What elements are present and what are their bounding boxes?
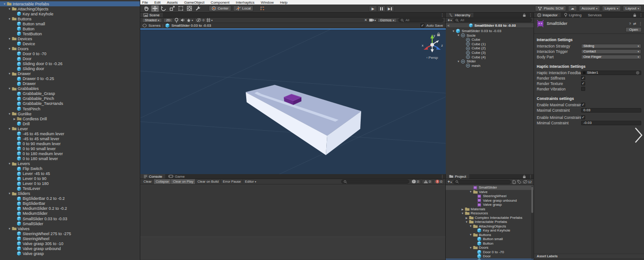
prefab-tree-item[interactable]: TestLever [0, 186, 140, 191]
project-search-input[interactable] [453, 180, 510, 184]
add-asset-button[interactable]: +▾ [448, 180, 452, 184]
account-dropdown[interactable]: Account▾ [579, 5, 600, 11]
collapse-button[interactable]: Collapse [154, 179, 171, 184]
kebab-menu-icon[interactable]: ⋮ [527, 174, 534, 179]
foldout-icon[interactable]: ▼ [456, 34, 461, 37]
prefab-tree-item[interactable]: Key and Keyhole [0, 11, 140, 16]
interaction-trigger-dropdown[interactable]: Contact▾ [581, 49, 641, 54]
hierarchy-item[interactable]: ▼Slider [446, 59, 534, 64]
pause-button[interactable] [377, 5, 386, 12]
scene-search-input[interactable]: All [398, 18, 444, 22]
perspective-toggle[interactable]: ‹ Persp [420, 56, 445, 60]
layers-dropdown[interactable]: Layers▾ [602, 5, 621, 11]
prefab-tree-item[interactable]: ▼Sliders [0, 191, 140, 196]
prefab-tree-item[interactable]: Lever 0 to 90 [0, 176, 140, 181]
foldout-icon[interactable]: ▼ [7, 8, 12, 10]
info-count-badge[interactable]: 0 [410, 180, 420, 184]
prefab-tree-item[interactable]: Door [0, 57, 140, 61]
hierarchy-item[interactable]: mesh [446, 63, 534, 68]
prefab-tree-item[interactable]: TestPinch [0, 106, 140, 111]
back-arrow[interactable]: < [446, 24, 451, 28]
prefab-tree-item[interactable]: ▼Interactable Prefabs [0, 1, 140, 6]
tab-lighting[interactable]: Lighting [561, 13, 585, 17]
prefab-tree-item[interactable]: Grabbable_TwoHands [0, 101, 140, 106]
lock-icon[interactable] [521, 13, 527, 17]
project-item[interactable]: Button small [446, 237, 534, 241]
grid-snap-button[interactable] [258, 5, 266, 12]
foldout-icon[interactable]: ▼ [7, 18, 12, 20]
cloud-button[interactable]: ☁ [568, 5, 577, 11]
foldout-icon[interactable]: ▼ [7, 113, 12, 115]
foldout-icon[interactable]: ▼ [468, 246, 473, 249]
menu-window[interactable]: Window [261, 0, 273, 5]
prefab-tree-item[interactable]: BigSliderBar [0, 201, 140, 206]
project-item[interactable]: ▼Doors [446, 246, 534, 250]
prefab-tree-item[interactable]: Button [0, 26, 140, 31]
prefab-tree-item[interactable]: 0 to 180 medium lever [0, 151, 140, 156]
prefab-tree-item[interactable]: Drawer 0 to -0.25 [0, 76, 140, 81]
foldout-icon[interactable]: ▼ [468, 190, 473, 193]
prefab-tree-item[interactable]: Grabbable_Pinch [0, 96, 140, 101]
hierarchy-item[interactable]: Cube (3) [446, 51, 534, 55]
foldout-icon[interactable]: ▶ [460, 208, 465, 211]
menu-file[interactable]: File [142, 0, 148, 5]
console-log-area[interactable] [140, 236, 445, 260]
body-part-dropdown[interactable]: One Finger▾ [581, 55, 641, 59]
prefab-tree-item[interactable]: ▼Buttons [0, 16, 140, 21]
prefab-tree-item[interactable]: ▼Valves [0, 226, 140, 231]
tab-hierarchy[interactable]: Hierarchy [446, 13, 473, 17]
menu-edit[interactable]: Edit [154, 0, 161, 5]
prefab-tree-item[interactable]: 0 to 90 medium lever [0, 141, 140, 146]
rotate-tool-button[interactable] [160, 5, 167, 12]
add-object-button[interactable]: +▾ [448, 18, 452, 23]
prefab-tree-item[interactable]: 0 to 90 small lever [0, 146, 140, 151]
foldout-icon[interactable]: ▼ [468, 225, 473, 227]
step-button[interactable]: ▶ [386, 5, 394, 12]
help-icon[interactable]: ? [629, 22, 631, 26]
project-item[interactable]: Button [446, 241, 534, 246]
haptic-interaction-feedba-object-field[interactable]: Slider1 [581, 71, 641, 75]
object-picker-icon[interactable] [636, 71, 639, 75]
lock-icon[interactable] [437, 32, 440, 37]
project-item[interactable]: ▶Complex Interactable Prefabs [446, 216, 534, 220]
orientation-gizmo[interactable]: y x z [420, 31, 445, 57]
expand-chevron-icon[interactable] [634, 127, 644, 144]
prefab-tree-item[interactable]: ▶Cordless Drill [0, 116, 140, 121]
prefab-tree-item[interactable]: SmallSlider [0, 221, 140, 226]
project-item[interactable]: ▼Valve [446, 190, 534, 194]
prefab-tree-item[interactable]: Button small [0, 21, 140, 26]
render-texture-checkbox[interactable]: ✓ [581, 81, 585, 85]
editor-dropdown[interactable]: Editor▾ [243, 179, 258, 184]
menu-assets[interactable]: Assets [167, 0, 178, 5]
prefab-tree-item[interactable]: TestButton [0, 31, 140, 36]
prefab-tree-item[interactable]: ▼AttachingObjects [0, 6, 140, 11]
prefab-tree-item[interactable]: 0 to 180 small lever [0, 156, 140, 161]
lock-icon[interactable] [521, 174, 527, 179]
warning-count-badge[interactable]: 0 [422, 180, 433, 184]
enable-maximal-constraint-checkbox[interactable]: ✓ [581, 103, 585, 107]
shading-mode-dropdown[interactable]: Shaded▾ [142, 18, 162, 23]
prefab-tree-item[interactable]: -45 to 45 medium lever [0, 131, 140, 136]
kebab-menu-icon[interactable]: ⋮ [439, 13, 445, 17]
project-item[interactable]: SmallSlider [446, 185, 534, 190]
project-item[interactable]: Key and Keyhole [446, 228, 534, 233]
project-item[interactable]: ▼Resources [446, 211, 534, 216]
search-by-type-icon[interactable] [512, 180, 516, 184]
scene-grid-dropdown[interactable]: ▾ [206, 18, 213, 23]
hierarchy-search-input[interactable]: All [453, 18, 532, 22]
project-item[interactable]: ▼AttachingObjects [446, 224, 534, 229]
hierarchy-item[interactable]: Cube (2) [446, 46, 534, 51]
lock-icon[interactable] [632, 13, 638, 17]
foldout-icon[interactable]: ▼ [460, 212, 465, 215]
interaction-strategy-dropdown[interactable]: Sliding▾ [581, 44, 641, 48]
tab-inspector[interactable]: Inspector [534, 13, 561, 17]
scale-tool-button[interactable] [168, 5, 176, 12]
prefab-tree-item[interactable]: Valve grasp [0, 251, 140, 256]
scene-effects-dropdown[interactable]: ▾ [186, 18, 193, 23]
project-item[interactable]: Sliding door 0 to -0.26 [446, 259, 534, 260]
prefab-tree-item[interactable]: Drill [0, 121, 140, 126]
foldout-icon[interactable]: ▶ [464, 216, 469, 219]
presets-icon[interactable]: ⇄ [633, 22, 636, 26]
tab-console[interactable]: Console [140, 174, 165, 179]
pivot-local-button[interactable]: Local [233, 5, 253, 11]
